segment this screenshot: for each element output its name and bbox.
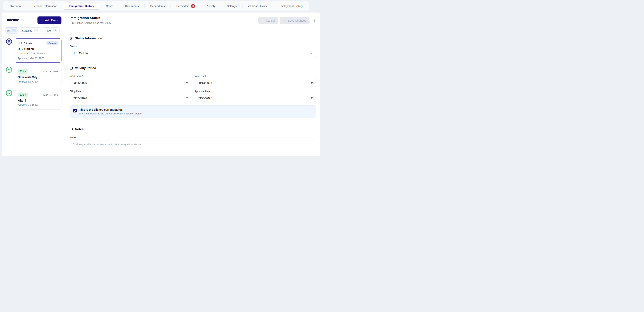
tab-label: Documents <box>125 4 138 8</box>
calendar-picker-icon[interactable] <box>186 82 188 84</box>
tab-address-history[interactable]: Address History <box>242 2 273 9</box>
status-information-section: Status Information Status * U.S. Citizen <box>70 36 316 57</box>
valid-until-label: Valid Until <box>195 75 316 78</box>
calendar-picker-icon[interactable] <box>311 97 314 100</box>
plus-icon <box>41 19 44 22</box>
timeline-list: U.S. Citizen Current U.S. Citizen Valid:… <box>5 38 62 110</box>
entry-badge: Entry <box>18 69 28 74</box>
timeline-card-miami[interactable]: Entry Mar 10, 2026 Miami Admitted as: O-… <box>15 90 62 110</box>
event-date: Mar 10, 2026 <box>43 94 58 96</box>
filter-count: 2 <box>53 29 58 32</box>
save-changes-button[interactable]: Save Changes <box>280 17 310 24</box>
tab-settings[interactable]: Settings <box>221 2 242 9</box>
validity-period-section: Validity Period Valid From * Valid Until <box>70 66 316 118</box>
section-title: Validity Period <box>75 66 96 70</box>
calendar-picker-icon[interactable] <box>311 82 314 84</box>
filter-count: 1 <box>34 29 38 32</box>
tab-label: Immigration History <box>69 4 94 8</box>
tab-documents[interactable]: Documents <box>119 2 144 9</box>
notes-label: Notes <box>70 136 316 139</box>
notes-section: Notes Notes <box>70 127 316 156</box>
event-admitted-as: Admitted as: O-1A <box>18 103 58 107</box>
tab-overview[interactable]: Overview <box>4 2 26 9</box>
status-select[interactable]: U.S. Citizen <box>70 49 316 57</box>
chat-bubble-icon <box>70 128 73 131</box>
page-title: Immigration Status <box>70 16 111 20</box>
calendar-icon <box>70 66 73 70</box>
tab-label: Dependents <box>150 4 165 8</box>
cancel-label: Cancel <box>266 19 275 22</box>
status-form: Status Information Status * U.S. Citizen… <box>65 28 320 156</box>
tab-label: Address History <box>248 4 267 8</box>
immigration-status-panel: Immigration Status U.S. Citizen • Active… <box>65 12 320 156</box>
tab-immigration-history[interactable]: Immigration History <box>63 2 100 9</box>
timeline-event-entry: Entry Mar 18, 2026 New York City Admitte… <box>5 67 62 86</box>
page-subtitle: U.S. Citizen • Active since Mar 2026 <box>70 22 111 24</box>
tab-dependents[interactable]: Dependents <box>144 2 170 9</box>
status-label: Status * <box>70 45 316 48</box>
notes-textarea[interactable] <box>70 140 316 156</box>
filter-all[interactable]: All 3 <box>5 27 18 34</box>
approval-date-input[interactable] <box>198 96 313 100</box>
current-badge: Current <box>46 41 58 46</box>
status-select-value: U.S. Citizen <box>72 52 88 55</box>
filter-label: Statuses <box>22 29 32 32</box>
tab-personal-information[interactable]: Personal Information <box>27 2 63 9</box>
plane-landing-icon <box>6 90 12 96</box>
reminders-count-badge: 3 <box>191 4 195 8</box>
event-title: New York City <box>18 75 58 79</box>
tab-label: Activity <box>207 4 215 8</box>
tab-employment-history[interactable]: Employment History <box>273 2 308 9</box>
plane-landing-icon <box>6 67 12 73</box>
kebab-icon <box>313 19 316 22</box>
filter-count: 3 <box>12 29 16 32</box>
tab-label: Overview <box>10 4 21 8</box>
add-event-button[interactable]: Add Event <box>38 16 62 24</box>
tab-label: Personal Information <box>32 4 57 8</box>
tab-label: Employment History <box>279 4 303 8</box>
section-title: Status Information <box>75 36 102 40</box>
timeline-event-entry: Entry Mar 10, 2026 Miami Admitted as: O-… <box>5 90 62 110</box>
tab-label: Settings <box>227 4 236 8</box>
timeline-card-new-york[interactable]: Entry Mar 18, 2026 New York City Admitte… <box>15 67 62 86</box>
filter-label: Travel <box>44 29 51 32</box>
tab-reminders[interactable]: Reminders 3 <box>171 2 201 9</box>
valid-until-input[interactable] <box>198 81 313 84</box>
save-changes-label: Save Changes <box>288 19 306 22</box>
event-valid-range: Valid: Mar 2026 - Present <box>18 52 58 55</box>
cancel-button[interactable]: Cancel <box>258 17 278 24</box>
more-options-button[interactable] <box>312 18 317 23</box>
chevron-down-icon <box>310 52 313 55</box>
filing-date-input[interactable] <box>72 96 188 100</box>
timeline-card-us-citizen[interactable]: U.S. Citizen Current U.S. Citizen Valid:… <box>15 38 62 63</box>
event-date: Mar 18, 2026 <box>43 70 58 73</box>
timeline-filters: All 3 Statuses 1 Travel 2 <box>5 27 62 34</box>
passport-icon <box>6 38 12 45</box>
current-status-description: Mark this status as the client’s current… <box>79 112 142 115</box>
event-title: Miami <box>18 99 58 102</box>
valid-from-input[interactable] <box>72 81 188 84</box>
approval-date-label: Approval Date <box>195 90 316 93</box>
passport-icon <box>70 37 73 40</box>
add-event-label: Add Event <box>45 19 58 22</box>
filing-date-label: Filing Date <box>70 90 191 93</box>
timeline-event-status: U.S. Citizen Current U.S. Citizen Valid:… <box>5 38 62 63</box>
current-status-panel: This is the client’s current status Mark… <box>70 105 316 118</box>
tab-activity[interactable]: Activity <box>201 2 221 9</box>
calendar-picker-icon[interactable] <box>186 97 188 100</box>
valid-from-label: Valid From * <box>70 75 191 78</box>
current-status-checkbox[interactable] <box>73 109 77 112</box>
filter-travel[interactable]: Travel 2 <box>42 27 60 34</box>
tab-label: Reminders <box>176 4 189 8</box>
event-admitted-as: Admitted as: O-1A <box>18 80 58 84</box>
content-card: Timeline Add Event All 3 Statuses 1 Trav… <box>2 12 320 156</box>
tab-cases[interactable]: Cases <box>100 2 119 9</box>
timeline-sidebar: Timeline Add Event All 3 Statuses 1 Trav… <box>2 12 65 156</box>
section-title: Notes <box>75 127 84 131</box>
filter-statuses[interactable]: Statuses 1 <box>20 27 40 34</box>
timeline-heading: Timeline <box>5 18 19 22</box>
current-status-title: This is the client’s current status <box>79 108 142 111</box>
event-approved-date: Approved: Mar 25, 2026 <box>18 56 58 60</box>
event-type-link[interactable]: U.S. Citizen <box>18 42 32 45</box>
panel-header: Immigration Status U.S. Citizen • Active… <box>65 12 320 28</box>
